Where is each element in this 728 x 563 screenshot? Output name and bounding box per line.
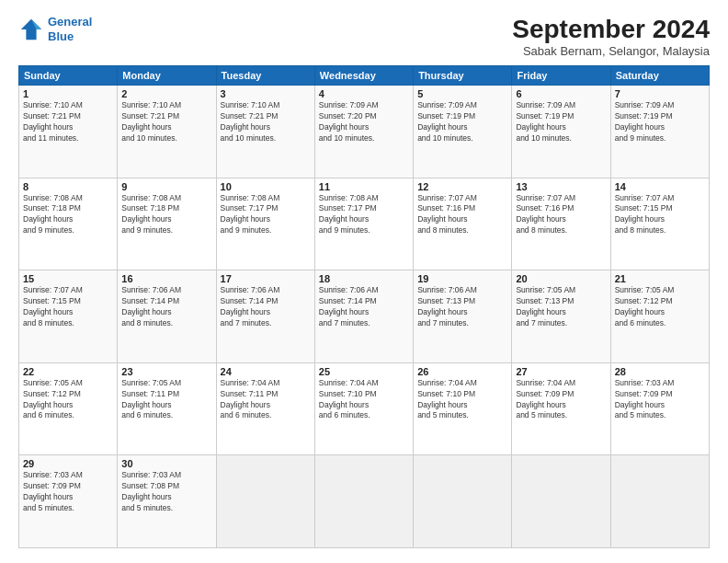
day-info: Sunrise: 7:05 AM Sunset: 7:12 PM Dayligh… [23,378,113,422]
day-info: Sunrise: 7:03 AM Sunset: 7:09 PM Dayligh… [23,470,113,514]
day-info: Sunrise: 7:07 AM Sunset: 7:16 PM Dayligh… [417,193,507,237]
header-monday: Monday [118,66,216,86]
day-info: Sunrise: 7:09 AM Sunset: 7:19 PM Dayligh… [516,100,606,144]
day-info: Sunrise: 7:05 AM Sunset: 7:13 PM Dayligh… [516,285,606,329]
table-row: 18 Sunrise: 7:06 AM Sunset: 7:14 PM Dayl… [314,270,413,363]
table-row: 26 Sunrise: 7:04 AM Sunset: 7:10 PM Dayl… [414,362,512,455]
day-number: 2 [121,88,211,99]
day-info: Sunrise: 7:05 AM Sunset: 7:11 PM Dayligh… [121,378,211,422]
day-number: 29 [23,458,113,469]
day-number: 14 [615,181,705,192]
day-info: Sunrise: 7:09 AM Sunset: 7:20 PM Dayligh… [319,100,409,144]
day-number: 21 [615,273,705,284]
table-row: 15 Sunrise: 7:07 AM Sunset: 7:15 PM Dayl… [19,270,118,363]
day-info: Sunrise: 7:10 AM Sunset: 7:21 PM Dayligh… [221,100,311,144]
day-number: 24 [221,366,311,377]
week-row-5: 29 Sunrise: 7:03 AM Sunset: 7:09 PM Dayl… [19,455,710,548]
table-row: 29 Sunrise: 7:03 AM Sunset: 7:09 PM Dayl… [19,455,118,548]
day-info: Sunrise: 7:08 AM Sunset: 7:18 PM Dayligh… [121,193,211,237]
day-info: Sunrise: 7:09 AM Sunset: 7:19 PM Dayligh… [615,100,705,144]
table-row: 5 Sunrise: 7:09 AM Sunset: 7:19 PM Dayli… [414,86,512,178]
day-number: 9 [121,181,211,192]
day-info: Sunrise: 7:06 AM Sunset: 7:14 PM Dayligh… [319,285,409,329]
table-row: 30 Sunrise: 7:03 AM Sunset: 7:08 PM Dayl… [118,455,216,548]
day-number: 17 [221,273,311,284]
location: Sabak Bernam, Selangor, Malaysia [512,44,710,58]
table-row: 3 Sunrise: 7:10 AM Sunset: 7:21 PM Dayli… [216,86,314,178]
header-sunday: Sunday [19,66,118,86]
day-info: Sunrise: 7:06 AM Sunset: 7:14 PM Dayligh… [121,285,211,329]
day-info: Sunrise: 7:06 AM Sunset: 7:14 PM Dayligh… [221,285,311,329]
header-thursday: Thursday [414,66,512,86]
day-number: 5 [417,88,507,99]
day-number: 7 [615,88,705,99]
day-number: 30 [121,458,211,469]
logo: General Blue [18,15,92,43]
page: General Blue September 2024 Sabak Bernam… [0,0,728,563]
day-number: 13 [516,181,606,192]
day-number: 28 [615,366,705,377]
table-row [512,455,610,548]
day-info: Sunrise: 7:08 AM Sunset: 7:18 PM Dayligh… [23,193,113,237]
table-row: 17 Sunrise: 7:06 AM Sunset: 7:14 PM Dayl… [216,270,314,363]
day-number: 15 [23,273,113,284]
table-row: 14 Sunrise: 7:07 AM Sunset: 7:15 PM Dayl… [610,178,709,270]
week-row-3: 15 Sunrise: 7:07 AM Sunset: 7:15 PM Dayl… [19,270,710,363]
table-row: 19 Sunrise: 7:06 AM Sunset: 7:13 PM Dayl… [414,270,512,363]
week-row-2: 8 Sunrise: 7:08 AM Sunset: 7:18 PM Dayli… [19,178,710,270]
table-row: 24 Sunrise: 7:04 AM Sunset: 7:11 PM Dayl… [216,362,314,455]
week-row-4: 22 Sunrise: 7:05 AM Sunset: 7:12 PM Dayl… [19,362,710,455]
calendar-header-row: Sunday Monday Tuesday Wednesday Thursday… [19,66,710,86]
table-row: 22 Sunrise: 7:05 AM Sunset: 7:12 PM Dayl… [19,362,118,455]
day-number: 16 [121,273,211,284]
table-row: 13 Sunrise: 7:07 AM Sunset: 7:16 PM Dayl… [512,178,610,270]
day-info: Sunrise: 7:05 AM Sunset: 7:12 PM Dayligh… [615,285,705,329]
table-row: 12 Sunrise: 7:07 AM Sunset: 7:16 PM Dayl… [414,178,512,270]
table-row [216,455,314,548]
logo-blue: Blue [48,29,74,43]
day-info: Sunrise: 7:04 AM Sunset: 7:09 PM Dayligh… [516,378,606,422]
day-number: 19 [417,273,507,284]
title-block: September 2024 Sabak Bernam, Selangor, M… [512,15,710,58]
table-row: 7 Sunrise: 7:09 AM Sunset: 7:19 PM Dayli… [610,86,709,178]
day-info: Sunrise: 7:04 AM Sunset: 7:10 PM Dayligh… [417,378,507,422]
day-info: Sunrise: 7:10 AM Sunset: 7:21 PM Dayligh… [23,100,113,144]
day-info: Sunrise: 7:06 AM Sunset: 7:13 PM Dayligh… [417,285,507,329]
day-info: Sunrise: 7:03 AM Sunset: 7:08 PM Dayligh… [121,470,211,514]
header-saturday: Saturday [610,66,709,86]
header-wednesday: Wednesday [314,66,413,86]
day-number: 6 [516,88,606,99]
table-row: 20 Sunrise: 7:05 AM Sunset: 7:13 PM Dayl… [512,270,610,363]
week-row-1: 1 Sunrise: 7:10 AM Sunset: 7:21 PM Dayli… [19,86,710,178]
table-row: 9 Sunrise: 7:08 AM Sunset: 7:18 PM Dayli… [118,178,216,270]
day-info: Sunrise: 7:07 AM Sunset: 7:15 PM Dayligh… [615,193,705,237]
day-info: Sunrise: 7:04 AM Sunset: 7:11 PM Dayligh… [221,378,311,422]
table-row: 21 Sunrise: 7:05 AM Sunset: 7:12 PM Dayl… [610,270,709,363]
table-row: 23 Sunrise: 7:05 AM Sunset: 7:11 PM Dayl… [118,362,216,455]
table-row: 1 Sunrise: 7:10 AM Sunset: 7:21 PM Dayli… [19,86,118,178]
day-number: 27 [516,366,606,377]
day-info: Sunrise: 7:08 AM Sunset: 7:17 PM Dayligh… [221,193,311,237]
table-row: 25 Sunrise: 7:04 AM Sunset: 7:10 PM Dayl… [314,362,413,455]
day-number: 1 [23,88,113,99]
table-row: 16 Sunrise: 7:06 AM Sunset: 7:14 PM Dayl… [118,270,216,363]
header-tuesday: Tuesday [216,66,314,86]
day-info: Sunrise: 7:03 AM Sunset: 7:09 PM Dayligh… [615,378,705,422]
day-number: 18 [319,273,409,284]
table-row: 2 Sunrise: 7:10 AM Sunset: 7:21 PM Dayli… [118,86,216,178]
logo-text: General Blue [48,15,92,43]
day-info: Sunrise: 7:07 AM Sunset: 7:16 PM Dayligh… [516,193,606,237]
calendar-table: Sunday Monday Tuesday Wednesday Thursday… [18,65,710,548]
day-info: Sunrise: 7:09 AM Sunset: 7:19 PM Dayligh… [417,100,507,144]
table-row: 28 Sunrise: 7:03 AM Sunset: 7:09 PM Dayl… [610,362,709,455]
day-info: Sunrise: 7:10 AM Sunset: 7:21 PM Dayligh… [121,100,211,144]
table-row: 11 Sunrise: 7:08 AM Sunset: 7:17 PM Dayl… [314,178,413,270]
day-info: Sunrise: 7:04 AM Sunset: 7:10 PM Dayligh… [319,378,409,422]
day-number: 12 [417,181,507,192]
day-number: 26 [417,366,507,377]
day-info: Sunrise: 7:07 AM Sunset: 7:15 PM Dayligh… [23,285,113,329]
day-number: 4 [319,88,409,99]
table-row [414,455,512,548]
header-friday: Friday [512,66,610,86]
table-row: 4 Sunrise: 7:09 AM Sunset: 7:20 PM Dayli… [314,86,413,178]
